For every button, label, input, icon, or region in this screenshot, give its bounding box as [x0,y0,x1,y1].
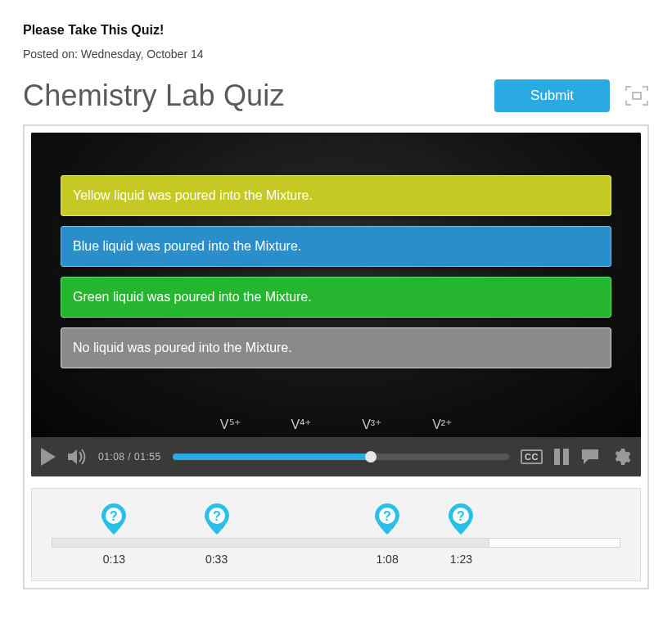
title-bar: Chemistry Lab Quiz Submit [23,79,649,113]
page-heading: Please Take This Quiz! [23,23,649,38]
timeline-marker[interactable]: ? [446,502,476,539]
question-timeline: ? ? ? ? 0:13 0:33 1:08 1:23 [31,488,641,581]
time-total: 01:55 [134,451,161,463]
svg-marker-1 [68,449,77,464]
answer-option[interactable]: Yellow liquid was poured into the Mixtur… [61,175,611,216]
video-bg-label: V³⁺ [362,417,381,432]
time-current: 01:08 [98,451,125,463]
timeline-label: 1:08 [376,553,398,566]
answer-option[interactable]: No liquid was poured into the Mixture. [61,327,611,368]
timeline-markers: ? ? ? ? [52,502,620,538]
comment-icon[interactable] [580,448,600,466]
timeline-marker[interactable]: ? [202,502,232,539]
pause-icon[interactable] [554,449,569,465]
timeline-labels: 0:13 0:33 1:08 1:23 [52,553,620,569]
timeline-marker[interactable]: ? [99,502,129,539]
play-icon[interactable] [41,448,56,466]
svg-text:?: ? [110,509,119,523]
timeline-label: 0:13 [103,553,125,566]
video-progress-fill [173,454,372,460]
timeline-label: 0:33 [205,553,228,566]
volume-icon[interactable] [67,448,87,466]
video-player: Zn +2VO²⁺ +4H⁺ →2V³⁺ +Zn²⁺ +H₂O V⁵⁺ V⁴⁺ … [31,133,641,476]
timeline-track[interactable] [52,538,620,548]
answer-option[interactable]: Blue liquid was poured into the Mixture. [61,226,611,267]
timeline-label: 1:23 [450,553,472,566]
answer-option[interactable]: Green liquid was poured into the Mixture… [61,277,611,318]
video-frame[interactable]: Zn +2VO²⁺ +4H⁺ →2V³⁺ +Zn²⁺ +H₂O V⁵⁺ V⁴⁺ … [31,133,641,437]
quiz-card: Zn +2VO²⁺ +4H⁺ →2V³⁺ +Zn²⁺ +H₂O V⁵⁺ V⁴⁺ … [23,124,649,589]
answer-list: Yellow liquid was poured into the Mixtur… [61,175,611,368]
title-actions: Submit [494,79,649,112]
fullscreen-icon[interactable] [625,85,649,106]
svg-text:?: ? [383,509,391,523]
posted-on: Posted on: Wednesday, October 14 [23,47,649,61]
video-bg-label: V⁴⁺ [291,417,312,432]
svg-rect-0 [633,93,641,99]
cc-button[interactable]: CC [521,449,543,464]
svg-text:?: ? [458,509,466,523]
timeline-marker[interactable]: ? [372,502,402,539]
timeline-track-fill [52,539,489,547]
svg-text:?: ? [213,509,221,523]
video-progress-knob[interactable] [365,451,377,463]
gear-icon[interactable] [611,447,631,467]
video-bg-label: V⁵⁺ [220,417,241,432]
video-bg-labels: V⁵⁺ V⁴⁺ V³⁺ V²⁺ [31,417,641,432]
video-progress[interactable] [173,454,510,460]
video-controls: 01:08 / 01:55 CC [31,437,641,476]
video-bg-label: V²⁺ [432,417,452,432]
quiz-title: Chemistry Lab Quiz [23,79,285,113]
time-display: 01:08 / 01:55 [98,451,161,463]
submit-button[interactable]: Submit [494,79,610,112]
